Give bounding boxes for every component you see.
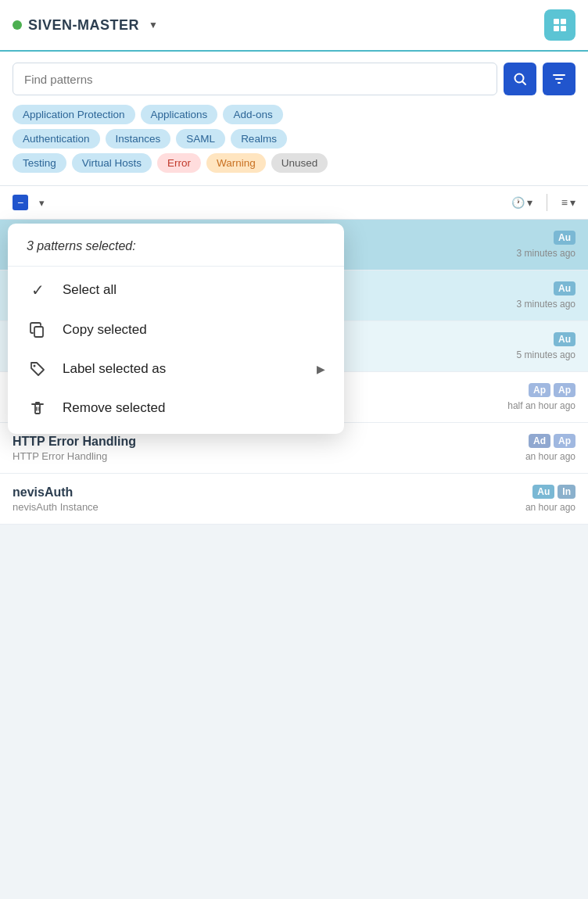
trash-icon: [27, 399, 48, 417]
tag-application-protection[interactable]: Application Protection: [13, 105, 135, 124]
copy-icon: [27, 321, 48, 338]
select-all-item[interactable]: ✓ Select all: [8, 270, 344, 310]
list-icon: ≡: [561, 196, 568, 209]
clock-icon: 🕐: [511, 196, 525, 209]
select-all-label: Select all: [63, 282, 325, 298]
item-right-2: Au 3 minutes ago: [517, 281, 575, 310]
label-selected-item[interactable]: Label selected as ▶: [8, 349, 344, 389]
tag-authentication[interactable]: Authentication: [13, 129, 100, 149]
item-sub-5: HTTP Error Handling: [13, 450, 525, 462]
grid-icon: [552, 17, 568, 33]
search-row: [13, 63, 575, 95]
search-icon: [513, 72, 527, 86]
instance-title: SIVEN-MASTER: [28, 17, 139, 34]
tag-unused[interactable]: Unused: [271, 153, 328, 173]
selection-dropdown-menu: 3 patterns selected: ✓ Select all Copy s…: [8, 224, 344, 434]
item-content-6: nevisAuth nevisAuth Instance: [13, 485, 525, 513]
dropdown-header: 3 patterns selected:: [8, 239, 344, 267]
sort-dropdown-arrow: ▾: [527, 196, 532, 209]
item-time-2: 3 minutes ago: [517, 299, 575, 310]
checkmark-icon: ✓: [27, 281, 48, 299]
search-input[interactable]: [13, 63, 497, 95]
remove-selected-item[interactable]: Remove selected: [8, 389, 344, 428]
badges-5: Ad Ap: [529, 434, 575, 448]
item-right-4: Ap Ap half an hour ago: [507, 383, 575, 411]
item-time-6: an hour ago: [525, 502, 575, 513]
label-selected-label: Label selected as: [63, 361, 303, 377]
badges-2: Au: [554, 281, 575, 295]
filter-button[interactable]: [543, 63, 575, 95]
header: SIVEN-MASTER ▼: [0, 0, 588, 52]
view-button[interactable]: ≡ ▾: [561, 196, 575, 209]
tag-warning[interactable]: Warning: [206, 153, 266, 173]
instance-dropdown-arrow[interactable]: ▼: [149, 20, 158, 30]
copy-selected-label: Copy selected: [63, 322, 325, 338]
item-time-3: 5 minutes ago: [517, 349, 575, 360]
status-indicator: [13, 20, 22, 30]
grid-view-button[interactable]: [544, 9, 575, 41]
item-right-3: Au 5 minutes ago: [517, 332, 575, 360]
badges-3: Au: [554, 332, 575, 346]
tags-row-3: Testing Virtual Hosts Error Warning Unus…: [13, 153, 575, 173]
tag-virtual-hosts[interactable]: Virtual Hosts: [72, 153, 152, 173]
badge-au: Au: [554, 332, 575, 346]
filter-icon: [552, 72, 566, 86]
badge-ap: Ap: [554, 434, 575, 448]
tag-applications[interactable]: Applications: [141, 105, 218, 124]
header-left: SIVEN-MASTER ▼: [13, 17, 158, 34]
svg-point-7: [34, 365, 36, 367]
tag-realms[interactable]: Realms: [231, 129, 287, 149]
item-time-1: 3 minutes ago: [517, 248, 575, 259]
tag-saml[interactable]: SAML: [176, 129, 225, 149]
tag-error[interactable]: Error: [157, 153, 201, 173]
search-area: Application Protection Applications Add-…: [0, 52, 588, 186]
item-time-4: half an hour ago: [507, 400, 575, 411]
toolbar: − ▾ 🕐 ▾ ≡ ▾ 3 patterns selected: ✓ Selec…: [0, 186, 588, 220]
badge-au: Au: [532, 485, 554, 499]
badge-ap: Ap: [529, 383, 550, 397]
badge-au: Au: [554, 281, 575, 295]
badge-au: Au: [554, 231, 575, 245]
tags-row-2: Authentication Instances SAML Realms: [13, 129, 575, 149]
item-content-5: HTTP Error Handling HTTP Error Handling: [13, 435, 525, 462]
tag-icon: [27, 360, 48, 378]
tag-addons[interactable]: Add-ons: [223, 105, 282, 124]
item-right-6: Au In an hour ago: [525, 485, 575, 513]
svg-rect-0: [554, 19, 559, 24]
tag-testing[interactable]: Testing: [13, 153, 66, 173]
svg-rect-2: [554, 26, 559, 31]
badge-in: In: [558, 485, 575, 499]
badge-ad: Ad: [529, 434, 550, 448]
tag-instances[interactable]: Instances: [106, 129, 171, 149]
select-all-checkbox[interactable]: −: [13, 195, 28, 210]
selection-dropdown-button[interactable]: ▾: [36, 195, 48, 210]
tags-row-1: Application Protection Applications Add-…: [13, 105, 575, 124]
list-item[interactable]: nevisAuth nevisAuth Instance Au In an ho…: [0, 474, 588, 525]
item-time-5: an hour ago: [525, 451, 575, 462]
svg-rect-3: [561, 26, 566, 31]
search-button[interactable]: [504, 63, 536, 95]
toolbar-separator: [547, 194, 547, 211]
submenu-arrow: ▶: [317, 363, 325, 375]
item-name-5: HTTP Error Handling: [13, 435, 525, 449]
item-right-1: Au 3 minutes ago: [517, 231, 575, 259]
svg-line-5: [523, 82, 526, 85]
item-name-6: nevisAuth: [13, 485, 525, 500]
svg-rect-1: [561, 19, 566, 24]
copy-selected-item[interactable]: Copy selected: [8, 310, 344, 349]
item-right-5: Ad Ap an hour ago: [525, 434, 575, 462]
svg-rect-6: [34, 327, 43, 337]
badges-4: Ap Ap: [529, 383, 575, 397]
item-sub-6: nevisAuth Instance: [13, 501, 525, 513]
badges-1: Au: [554, 231, 575, 245]
badge-ap: Ap: [554, 383, 575, 397]
view-dropdown-arrow: ▾: [570, 196, 575, 209]
sort-button[interactable]: 🕐 ▾: [511, 196, 532, 209]
remove-selected-label: Remove selected: [63, 400, 325, 416]
badges-6: Au In: [532, 485, 575, 499]
